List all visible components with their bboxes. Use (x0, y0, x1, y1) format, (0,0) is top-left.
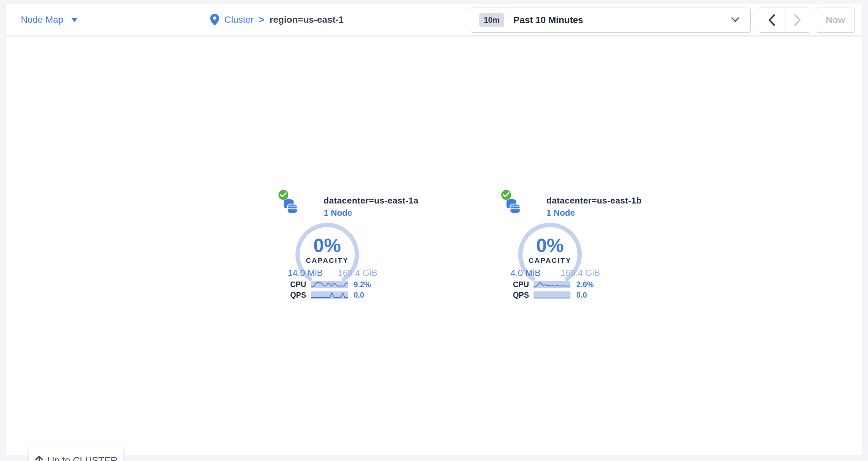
capacity-total: 169.4 GiB (561, 268, 600, 278)
breadcrumb-current: region=us-east-1 (270, 14, 344, 25)
capacity-values-row: 4.0 MiB 169.4 GiB (510, 268, 600, 278)
qps-sparkline (533, 291, 570, 299)
capacity-percent: 0% (517, 234, 583, 256)
node-map-canvas: datacenter=us-east-1a 1 Node 0% CAPACITY… (5, 36, 863, 455)
qps-metric-row: QPS 0.0 (510, 291, 606, 299)
datacenter-titles: datacenter=us-east-1b 1 Node (546, 193, 642, 218)
qps-value: 0.0 (353, 291, 364, 300)
datacenter-card-us-east-1b[interactable]: datacenter=us-east-1b 1 Node 0% CAPACITY… (488, 193, 620, 305)
capacity-percent: 0% (294, 234, 360, 256)
cpu-sparkline (533, 281, 570, 288)
database-stack-icon (504, 199, 521, 216)
time-range-badge: 10m (479, 13, 504, 27)
qps-sparkline (311, 291, 348, 299)
capacity-label: CAPACITY (517, 257, 583, 264)
datacenter-card-us-east-1a[interactable]: datacenter=us-east-1a 1 Node 0% CAPACITY… (265, 193, 397, 305)
up-to-cluster-label: Up to CLUSTER (48, 455, 118, 461)
breadcrumb-cluster-link[interactable]: Cluster (224, 14, 254, 25)
view-selector-label: Node Map (21, 14, 63, 25)
cpu-label: CPU (288, 280, 306, 289)
time-prev-button[interactable] (759, 8, 785, 32)
datacenter-titles: datacenter=us-east-1a 1 Node (323, 193, 418, 218)
datacenter-title: datacenter=us-east-1b (546, 196, 642, 206)
capacity-values-row: 14.0 MiB 169.4 GiB (288, 268, 377, 278)
cpu-metric-row: CPU 9.2% (288, 281, 383, 288)
time-range-label: Past 10 Minutes (514, 15, 583, 25)
chevron-right-icon (794, 14, 801, 26)
cpu-sparkline (311, 281, 348, 288)
now-button[interactable]: Now (816, 7, 855, 33)
chevron-down-icon (731, 17, 739, 22)
up-to-cluster-button[interactable]: Up to CLUSTER (29, 446, 124, 461)
cpu-value: 2.6% (576, 280, 593, 289)
view-selector-dropdown[interactable]: Node Map (21, 4, 78, 35)
qps-label: QPS (288, 291, 306, 300)
cpu-value: 9.2% (353, 280, 371, 289)
datacenter-node-count[interactable]: 1 Node (323, 208, 418, 218)
header-divider (457, 7, 457, 32)
cpu-label: CPU (510, 280, 529, 289)
cpu-metric-row: CPU 2.6% (510, 281, 606, 288)
datacenter-node-count[interactable]: 1 Node (546, 208, 642, 218)
header-bar: Node Map Cluster > region=us-east-1 10m … (5, 4, 863, 36)
datacenter-icon-wrap (281, 193, 300, 212)
capacity-used: 4.0 MiB (510, 268, 541, 278)
qps-value: 0.0 (576, 291, 587, 300)
database-stack-icon (281, 199, 299, 216)
capacity-label: CAPACITY (294, 257, 360, 264)
location-pin-icon (210, 14, 219, 26)
datacenter-header: datacenter=us-east-1a 1 Node (281, 193, 418, 218)
qps-label: QPS (510, 291, 529, 300)
arrow-up-icon (35, 455, 43, 461)
capacity-total: 169.4 GiB (338, 268, 377, 278)
time-nav-group (759, 7, 810, 33)
datacenter-header: datacenter=us-east-1b 1 Node (503, 193, 642, 218)
chevron-left-icon (768, 14, 775, 26)
caret-down-icon (71, 18, 78, 22)
datacenter-title: datacenter=us-east-1a (323, 196, 418, 206)
time-range-dropdown[interactable]: 10m Past 10 Minutes (471, 7, 751, 33)
breadcrumb-separator: > (259, 14, 264, 25)
capacity-used: 14.0 MiB (288, 268, 323, 278)
qps-metric-row: QPS 0.0 (288, 291, 383, 299)
time-next-button[interactable] (785, 8, 810, 32)
datacenter-icon-wrap (503, 193, 523, 212)
breadcrumb: Cluster > region=us-east-1 (210, 4, 344, 35)
